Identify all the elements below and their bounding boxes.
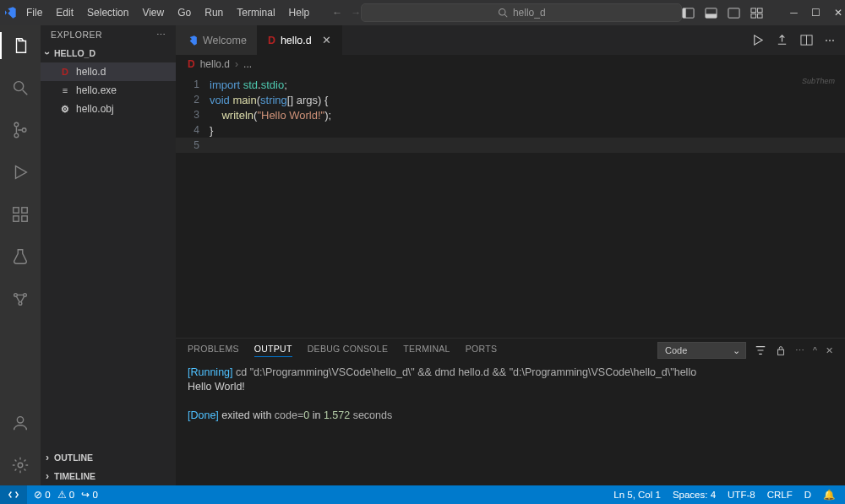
tab-close-icon[interactable]: ✕	[322, 34, 331, 46]
status-item[interactable]: Ln 5, Col 1	[613, 490, 661, 500]
breadcrumb[interactable]: D hello.d › ...	[176, 55, 845, 73]
command-center[interactable]: hello_d	[361, 3, 682, 22]
output-channel-dropdown[interactable]: Code	[657, 342, 746, 359]
file-hello-exe[interactable]: ≡hello.exe	[41, 81, 176, 100]
menu-selection[interactable]: Selection	[81, 3, 134, 22]
breadcrumb-more: ...	[243, 58, 252, 70]
remote-indicator[interactable]	[0, 485, 27, 504]
filter-icon[interactable]	[755, 344, 766, 356]
window-minimize-icon[interactable]: ─	[790, 7, 798, 19]
activity-search[interactable]	[0, 74, 41, 101]
activity-remote-explorer[interactable]	[0, 285, 41, 312]
status-item[interactable]: D	[804, 490, 811, 500]
code-line[interactable]: 2void main(string[] args) {	[176, 92, 845, 107]
svg-rect-3	[683, 8, 686, 17]
svg-line-1	[504, 14, 507, 17]
activity-accounts[interactable]	[0, 409, 41, 436]
activity-source-control[interactable]	[0, 117, 41, 144]
sidebar-outline-section[interactable]: OUTLINE	[41, 448, 176, 467]
panel-tab-terminal[interactable]: TERMINAL	[403, 344, 450, 357]
vscode-logo-icon	[3, 6, 17, 19]
panel-tabs: PROBLEMSOUTPUTDEBUG CONSOLETERMINALPORTS…	[176, 339, 845, 362]
lock-icon[interactable]	[775, 344, 787, 356]
menu-terminal[interactable]: Terminal	[231, 3, 281, 22]
panel-more-icon[interactable]: ⋯	[795, 345, 804, 355]
svg-point-14	[14, 133, 19, 138]
title-right-controls: ─ ☐ ✕	[682, 7, 845, 19]
code-line[interactable]: 1import std.stdio;	[176, 77, 845, 92]
output-line: [Running] cd "d:\Programming\VSCode\hell…	[188, 366, 833, 380]
activity-explorer[interactable]	[0, 32, 41, 59]
svg-rect-9	[751, 14, 756, 18]
nav-back-icon[interactable]: ←	[332, 7, 342, 19]
svg-point-24	[18, 463, 23, 468]
activity-run-debug[interactable]	[0, 159, 41, 186]
activity-bar	[0, 25, 41, 485]
window-maximize-icon[interactable]: ☐	[811, 7, 820, 19]
nav-forward-icon[interactable]: →	[351, 7, 361, 19]
upload-icon[interactable]	[776, 34, 788, 46]
panel-tab-output[interactable]: OUTPUT	[254, 344, 292, 357]
activity-testing[interactable]	[0, 243, 41, 270]
code-editor[interactable]: SubThem 1import std.stdio;2void main(str…	[176, 73, 845, 338]
output-content[interactable]: [Running] cd "d:\Programming\VSCode\hell…	[176, 362, 845, 485]
tab-hello-d[interactable]: Dhello.d✕	[258, 25, 342, 55]
status-item[interactable]: UTF-8	[728, 490, 755, 500]
sidebar: EXPLORER ⋯ HELLO_D Dhello.d≡hello.exe⚙he…	[41, 25, 176, 485]
status-item[interactable]: ⚠ 0	[57, 489, 75, 501]
status-item[interactable]: CRLF	[767, 490, 793, 500]
output-line	[188, 394, 833, 409]
panel-tab-problems[interactable]: PROBLEMS	[188, 344, 239, 357]
menu-go[interactable]: Go	[172, 3, 197, 22]
timeline-label: TIMELINE	[54, 471, 95, 481]
editor-tabs: WelcomeDhello.d✕ ⋯	[176, 25, 845, 55]
layout-sidebar-right-icon[interactable]	[728, 7, 740, 19]
run-icon[interactable]	[751, 34, 764, 46]
svg-rect-8	[758, 8, 763, 12]
chevron-down-icon	[46, 47, 51, 59]
activity-settings[interactable]	[0, 452, 41, 479]
more-icon[interactable]: ⋯	[825, 35, 835, 46]
project-name: HELLO_D	[54, 48, 95, 58]
sidebar-more-icon[interactable]: ⋯	[156, 30, 166, 40]
sidebar-project-section[interactable]: HELLO_D	[41, 44, 176, 62]
tab-icon	[186, 35, 198, 46]
activity-extensions[interactable]	[0, 201, 41, 228]
status-item[interactable]: ↪ 0	[81, 489, 98, 501]
chevron-right-icon	[46, 470, 51, 482]
layout-panel-icon[interactable]	[705, 7, 717, 19]
file-hello-obj[interactable]: ⚙hello.obj	[41, 100, 176, 118]
output-line: Hello World!	[188, 380, 833, 394]
window-close-icon[interactable]: ✕	[834, 7, 842, 19]
nav-arrows: ← →	[332, 7, 361, 19]
menu-help[interactable]: Help	[283, 3, 316, 22]
file-label: hello.exe	[76, 84, 117, 96]
file-hello-d[interactable]: Dhello.d	[41, 62, 176, 81]
status-item[interactable]: Spaces: 4	[673, 490, 716, 500]
panel-tab-debug-console[interactable]: DEBUG CONSOLE	[308, 344, 389, 357]
split-editor-icon[interactable]	[800, 34, 813, 46]
tab-label: Welcome	[203, 35, 247, 46]
menu-view[interactable]: View	[136, 3, 170, 22]
menu-file[interactable]: File	[20, 3, 48, 22]
tab-welcome[interactable]: Welcome	[176, 25, 258, 55]
layout-sidebar-left-icon[interactable]	[682, 7, 695, 19]
code-text: import std.stdio;	[210, 79, 287, 91]
layout-customize-icon[interactable]	[750, 7, 763, 19]
code-line[interactable]: 3 writeln("Hello World!");	[176, 107, 845, 122]
file-label: hello.d	[76, 66, 106, 78]
svg-rect-5	[706, 14, 717, 18]
sidebar-timeline-section[interactable]: TIMELINE	[41, 467, 176, 485]
code-line[interactable]: 5	[176, 138, 845, 153]
menu-run[interactable]: Run	[199, 3, 229, 22]
status-item[interactable]: ⊘ 0	[34, 489, 51, 501]
panel-maximize-icon[interactable]: ^	[813, 345, 817, 355]
svg-rect-27	[778, 350, 784, 355]
code-line[interactable]: 4}	[176, 122, 845, 138]
svg-point-13	[14, 122, 19, 127]
status-item[interactable]: 🔔	[823, 489, 835, 501]
menu-edit[interactable]: Edit	[50, 3, 79, 22]
panel-tab-ports[interactable]: PORTS	[466, 344, 497, 357]
panel-close-icon[interactable]: ✕	[826, 345, 833, 355]
search-icon	[498, 8, 508, 18]
